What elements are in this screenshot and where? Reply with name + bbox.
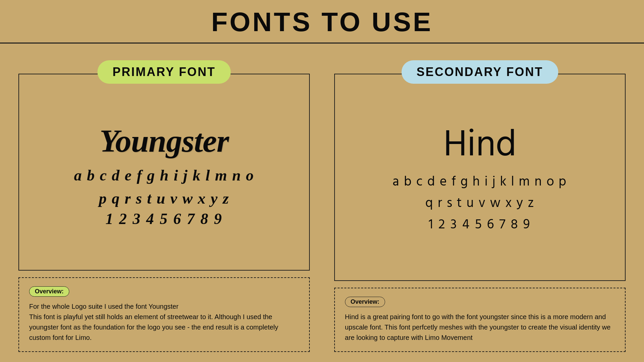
primary-numbers: 1 2 3 4 5 6 7 8 9 <box>105 210 223 228</box>
page-title: FONTS TO USE <box>0 7 644 38</box>
secondary-font-name: Hind <box>443 126 516 166</box>
primary-font-name: Youngster <box>99 123 229 159</box>
primary-font-section: PRIMARY FONT Youngster a b c d e f g h i… <box>18 60 310 352</box>
secondary-overview-badge: Overview: <box>345 297 385 307</box>
primary-alphabet-row1: a b c d e f g h i j k l m n o p q r s t … <box>74 164 254 210</box>
primary-overview-box: Overview: For the whole Logo suite I use… <box>18 277 310 352</box>
main-content: PRIMARY FONT Youngster a b c d e f g h i… <box>0 44 644 362</box>
page-header: FONTS TO USE <box>0 0 644 44</box>
secondary-font-label: SECONDARY FONT <box>402 60 558 84</box>
secondary-alphabet: a b c d e f g h i j k l m n o p q r s t … <box>392 171 567 214</box>
secondary-font-section: SECONDARY FONT Hind a b c d e f g h i j … <box>334 60 626 352</box>
section-divider <box>312 60 332 352</box>
primary-overview-text: For the whole Logo suite I used the font… <box>29 301 299 343</box>
primary-font-showcase: Youngster a b c d e f g h i j k l m n o … <box>18 74 310 271</box>
secondary-overview-text: Hind is a great pairing font to go with … <box>345 312 615 343</box>
secondary-overview-box: Overview: Hind is a great pairing font t… <box>334 288 626 352</box>
primary-overview-badge: Overview: <box>29 286 69 297</box>
primary-label-wrapper: PRIMARY FONT <box>18 60 310 84</box>
secondary-font-showcase: Hind a b c d e f g h i j k l m n o p q r… <box>334 74 626 281</box>
primary-font-label: PRIMARY FONT <box>97 60 231 84</box>
secondary-numbers: 1 2 3 4 5 6 7 8 9 <box>429 214 531 236</box>
secondary-label-wrapper: SECONDARY FONT <box>334 60 626 84</box>
